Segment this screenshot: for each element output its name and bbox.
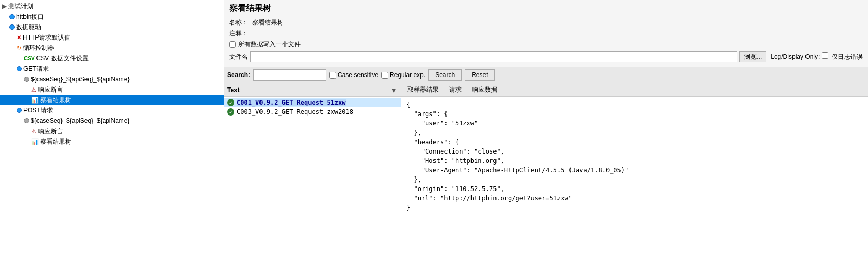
sidebar-item-label: 察看结果树 [40, 137, 71, 146]
sidebar-item-label: 测试计划 [8, 2, 33, 11]
write-all-label: 所有数据写入一个文件 [238, 40, 301, 49]
sidebar-item-label: httbin接口 [16, 12, 44, 21]
sidebar-item-post-var[interactable]: ${caseSeq}_${apiSeq}_${apiName} [0, 116, 224, 126]
sidebar-item-post-request[interactable]: POST请求 [0, 105, 224, 116]
reset-button[interactable]: Reset [465, 69, 494, 81]
case-sensitive-label: Case sensitive [329, 71, 378, 79]
sidebar-item-label: 数据驱动 [16, 23, 41, 32]
sidebar-item-loop-ctrl[interactable]: ↻循环控制器 [0, 43, 224, 53]
sidebar-item-test-plan[interactable]: ▶测试计划 [0, 1, 224, 11]
top-section: 察看结果树 名称： 察看结果树 注释： 所有数据写入一个文件 文件名 浏览...… [224, 0, 868, 67]
errors-label: 仅日志错误 [832, 53, 863, 60]
json-line: }, [406, 128, 863, 137]
sidebar-item-get-request[interactable]: GET请求 [0, 64, 224, 74]
sidebar-item-label: 响应断言 [38, 127, 63, 136]
regex-checkbox[interactable] [381, 72, 388, 79]
sidebar-item-label: 察看结果树 [40, 96, 71, 105]
sidebar-item-get-var[interactable]: ${caseSeq}_${apiSeq}_${apiName} [0, 74, 224, 84]
sidebar-item-label: GET请求 [23, 65, 49, 73]
result-tabs: 取样器结果请求响应数据 [401, 83, 868, 97]
search-bar: Search: Case sensitive Regular exp. Sear… [224, 67, 868, 83]
sidebar-item-label: 响应断言 [38, 85, 63, 94]
json-line: "user": "51zxw" [406, 119, 863, 128]
sidebar-item-label: CSV 数据文件设置 [36, 54, 89, 63]
bottom-section: Text ▼ ✓C001_V0.9.2_GET Request 51zxw✓C0… [224, 83, 868, 278]
sidebar-item-label: ${caseSeq}_${apiSeq}_${apiName} [31, 117, 130, 124]
sidebar-item-label: POST请求 [23, 106, 53, 115]
sidebar-item-csv-settings[interactable]: CSVCSV 数据文件设置 [0, 53, 224, 64]
result-tree-panel: Text ▼ ✓C001_V0.9.2_GET Request 51zxw✓C0… [224, 83, 401, 278]
sidebar-item-post-assert[interactable]: ⚠响应断言 [0, 126, 224, 136]
tree-header-label: Text [227, 86, 390, 94]
sidebar-item-httbin[interactable]: httbin接口 [0, 11, 224, 22]
result-item-label: C001_V0.9.2_GET Request 51zxw [237, 99, 346, 106]
result-panel: 取样器结果请求响应数据 { "args": { "user": "51zxw" … [401, 83, 868, 278]
result-content: { "args": { "user": "51zxw" }, "headers"… [401, 97, 868, 278]
tree-panel-header: Text ▼ [224, 83, 401, 97]
filename-row: 文件名 浏览... Log/Display Only: 仅日志错误 [229, 51, 863, 62]
filename-input[interactable] [250, 51, 737, 62]
status-icon: ✓ [227, 108, 234, 116]
sidebar-item-label: 循环控制器 [23, 44, 54, 53]
result-tab-1[interactable]: 请求 [446, 84, 465, 95]
regex-label: Regular exp. [381, 71, 425, 79]
name-row: 名称： 察看结果树 [229, 18, 863, 27]
json-line: "origin": "110.52.5.75", [406, 184, 863, 194]
write-all-row: 所有数据写入一个文件 [229, 40, 863, 49]
search-input[interactable] [253, 69, 326, 81]
sidebar-item-data-driver[interactable]: 数据驱动 [0, 22, 224, 32]
log-errors-checkbox[interactable] [822, 52, 828, 59]
log-display-label: Log/Display Only: 仅日志错误 [771, 52, 863, 61]
json-line: "User-Agent": "Apache-HttpClient/4.5.5 (… [406, 166, 863, 175]
result-tab-0[interactable]: 取样器结果 [404, 84, 442, 95]
json-line: "url": "http://httpbin.org/get?user=51zx… [406, 194, 863, 203]
comment-row: 注释： [229, 29, 863, 38]
tree-content: ✓C001_V0.9.2_GET Request 51zxw✓C003_V0.9… [224, 97, 401, 278]
browse-button[interactable]: 浏览... [739, 51, 766, 62]
sidebar-item-post-tree[interactable]: 📊察看结果树 [0, 136, 224, 147]
sidebar-item-get-assert[interactable]: ⚠响应断言 [0, 84, 224, 95]
search-button[interactable]: Search [428, 69, 462, 81]
comment-label: 注释： [229, 29, 250, 38]
search-label: Search: [227, 71, 250, 79]
json-line: "headers": { [406, 137, 863, 147]
dropdown-icon[interactable]: ▼ [390, 86, 398, 94]
write-all-checkbox[interactable] [229, 41, 236, 48]
result-tab-2[interactable]: 响应数据 [469, 84, 500, 95]
sidebar-item-get-tree[interactable]: 📊察看结果树 [0, 95, 224, 105]
json-line: "args": { [406, 109, 863, 119]
main-panel: 察看结果树 名称： 察看结果树 注释： 所有数据写入一个文件 文件名 浏览...… [224, 0, 868, 278]
json-line: { [406, 100, 863, 109]
json-line: "Host": "httpbin.org", [406, 156, 863, 166]
sidebar: ▶测试计划httbin接口数据驱动✕HTTP请求默认值↻循环控制器CSVCSV … [0, 0, 224, 278]
result-item-label: C003_V0.9.2_GET Request zxw2018 [237, 108, 353, 116]
tree-result-item-result2[interactable]: ✓C003_V0.9.2_GET Request zxw2018 [224, 107, 401, 117]
status-icon: ✓ [227, 99, 234, 106]
sidebar-item-label: HTTP请求默认值 [23, 33, 70, 42]
json-line: "Connection": "close", [406, 147, 863, 156]
tree-result-item-result1[interactable]: ✓C001_V0.9.2_GET Request 51zxw [224, 98, 401, 107]
panel-title: 察看结果树 [229, 3, 863, 14]
sidebar-item-http-defaults[interactable]: ✕HTTP请求默认值 [0, 32, 224, 43]
name-value: 察看结果树 [252, 18, 283, 27]
sidebar-item-label: ${caseSeq}_${apiSeq}_${apiName} [31, 75, 130, 83]
filename-label: 文件名 [229, 53, 250, 61]
json-line: } [406, 203, 863, 212]
json-line: }, [406, 175, 863, 184]
name-label: 名称： [229, 18, 250, 27]
case-sensitive-checkbox[interactable] [329, 72, 336, 79]
